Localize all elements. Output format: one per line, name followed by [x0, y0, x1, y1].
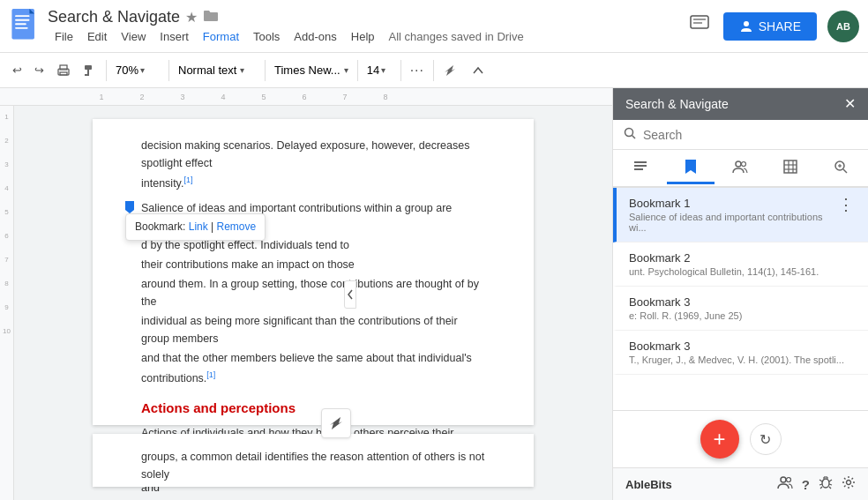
right-panel: Search & Navigate ✕	[612, 88, 868, 500]
font-value: Times New...	[274, 63, 340, 77]
panel-fab-area: + ↻	[613, 410, 868, 467]
zoom-value: 70%	[116, 63, 138, 77]
font-selector[interactable]: Times New... ▾	[269, 60, 354, 80]
bookmark-item-4-subtitle: T., Kruger, J., & Medvec, V. H. (2001). …	[629, 354, 856, 365]
ablebits-bug-icon[interactable]	[819, 475, 833, 493]
undo-button[interactable]: ↩	[7, 60, 27, 80]
page1-text4: their contributions make an impact on th…	[141, 256, 485, 273]
panel-search-input[interactable]	[643, 128, 857, 142]
svg-rect-15	[85, 74, 89, 76]
print-button[interactable]	[51, 60, 76, 81]
ablebits-bar: AbleBits ?	[613, 467, 868, 500]
bookmark-item-1-subtitle: Salience of ideas and important contribu…	[629, 212, 836, 233]
avatar[interactable]: AB	[827, 11, 859, 42]
panel-close-button[interactable]: ✕	[844, 97, 856, 111]
separator-1	[106, 60, 107, 81]
document-area: 1 2 3 4 5 6 7 8 12345678910 decision mak…	[0, 88, 612, 500]
page1-text5: around them. In a group setting, those c…	[141, 275, 485, 310]
top-right-actions: SHARE AB	[686, 11, 859, 42]
redo-button[interactable]: ↪	[29, 60, 49, 80]
panel-search-icon	[624, 127, 636, 142]
menu-edit[interactable]: Edit	[80, 28, 114, 45]
tab-bookmark[interactable]	[667, 152, 715, 184]
size-selector[interactable]: 14 ▾	[362, 60, 397, 80]
section-title: Actions and perceptions	[141, 398, 485, 419]
bookmark-item-2-subtitle: unt. Psychological Bulletin, 114(1), 145…	[629, 266, 856, 277]
doc-icon	[9, 9, 41, 44]
page1-text7: and that the other members believe the s…	[141, 349, 485, 367]
bookmark-item-4[interactable]: Bookmark 3 T., Kruger, J., & Medvec, V. …	[613, 331, 868, 375]
menu-file[interactable]: File	[48, 28, 80, 45]
svg-line-40	[829, 487, 831, 489]
share-label: SHARE	[759, 19, 801, 34]
ablebits-help-icon[interactable]: ?	[802, 477, 810, 492]
separator-6	[433, 60, 434, 81]
paint-format-button[interactable]	[78, 60, 102, 81]
svg-rect-13	[85, 65, 92, 70]
panel-search-bar	[613, 120, 868, 150]
autosave-text: All changes saved in Drive	[382, 28, 531, 45]
menu-format[interactable]: Format	[196, 28, 246, 45]
bookmark-item-2[interactable]: Bookmark 2 unt. Psychological Bulletin, …	[613, 243, 868, 287]
menu-view[interactable]: View	[114, 28, 153, 45]
share-button[interactable]: SHARE	[723, 12, 817, 41]
separator-4	[357, 60, 358, 81]
folder-icon[interactable]	[203, 10, 219, 25]
tab-text[interactable]	[617, 152, 665, 184]
tab-people[interactable]	[716, 152, 765, 184]
size-arrow: ▾	[381, 65, 385, 75]
bookmark-tooltip-label: Bookmark:	[135, 220, 185, 233]
svg-point-9	[744, 21, 749, 26]
doc-title[interactable]: Search & Navigate	[48, 8, 180, 26]
bookmark-item-1[interactable]: Bookmark 1 Salience of ideas and importa…	[613, 188, 868, 243]
menu-help[interactable]: Help	[344, 28, 382, 45]
ai-edit-button[interactable]	[438, 60, 462, 81]
svg-line-39	[820, 487, 822, 489]
svg-point-32	[781, 477, 786, 482]
svg-rect-6	[691, 16, 708, 28]
separator-2	[168, 60, 169, 81]
svg-rect-23	[784, 160, 797, 173]
ablebits-people-icon[interactable]	[777, 475, 793, 493]
svg-point-34	[822, 479, 829, 488]
bookmark-item-1-title: Bookmark 1	[629, 197, 836, 210]
add-bookmark-button[interactable]: +	[700, 420, 739, 459]
menu-tools[interactable]: Tools	[246, 28, 287, 45]
superscript-2: [1]	[206, 370, 215, 379]
bookmark-tooltip: Bookmark: Link | Remove	[125, 213, 266, 241]
ai-button[interactable]	[321, 408, 351, 438]
refresh-button[interactable]: ↻	[750, 423, 782, 455]
bookmark-remove[interactable]: Remove	[217, 220, 257, 233]
size-value: 14	[367, 63, 379, 77]
page1-text6: individual as being more significant tha…	[141, 312, 485, 347]
tab-table[interactable]	[767, 152, 815, 184]
svg-line-36	[829, 480, 832, 481]
collapse-toolbar-button[interactable]	[468, 62, 489, 79]
page1-text1: decision making scenarios. Delayed expos…	[141, 137, 485, 172]
tab-zoom[interactable]	[816, 152, 864, 184]
bookmark-item-1-menu[interactable]: ⋮	[836, 197, 856, 213]
svg-rect-4	[15, 23, 26, 25]
separator-3	[265, 60, 266, 81]
zoom-arrow: ▾	[140, 65, 145, 75]
doc-title-area: Search & Navigate ★ File Edit View Inser…	[48, 8, 531, 45]
comments-button[interactable]	[686, 11, 713, 41]
main-area: 1 2 3 4 5 6 7 8 12345678910 decision mak…	[0, 88, 868, 500]
more-options-button[interactable]: ···	[405, 59, 430, 82]
ablebits-action-icons: ?	[777, 475, 856, 493]
horizontal-ruler: 1 2 3 4 5 6 7 8	[0, 88, 612, 106]
scroll-area[interactable]: decision making scenarios. Delayed expos…	[14, 106, 612, 500]
bookmark-item-3[interactable]: Bookmark 3 e: Roll. R. (1969, June 25)	[613, 287, 868, 331]
ablebits-settings-icon[interactable]	[842, 475, 856, 493]
menu-addons[interactable]: Add-ons	[287, 28, 343, 45]
svg-point-33	[786, 478, 790, 482]
style-selector[interactable]: Normal text ▾	[173, 60, 261, 80]
bookmark-link[interactable]: Link	[189, 220, 208, 233]
bookmark-separator: |	[211, 220, 213, 233]
menu-insert[interactable]: Insert	[153, 28, 196, 45]
zoom-selector[interactable]: 70% ▾	[110, 60, 165, 80]
svg-point-21	[736, 161, 741, 167]
star-icon[interactable]: ★	[185, 9, 198, 26]
page1-text2: intensity.[1]	[141, 174, 485, 192]
collapse-panel-button[interactable]	[344, 280, 356, 309]
